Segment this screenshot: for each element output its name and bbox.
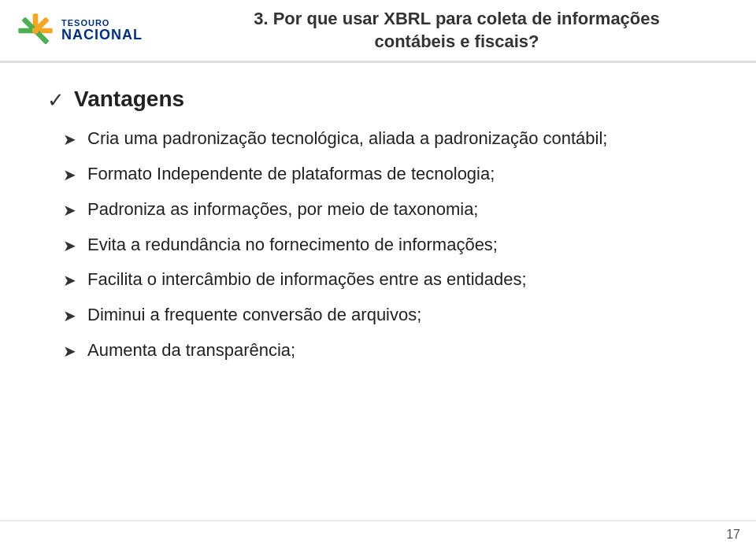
bullet-text: Padroniza as informações, por meio de ta… xyxy=(87,198,478,222)
arrow-icon: ➤ xyxy=(63,342,76,361)
sub-bullets: ➤ Cria uma padronização tecnológica, ali… xyxy=(63,127,709,363)
bullet-text: Formato Independente de plataformas de t… xyxy=(87,162,495,187)
arrow-icon: ➤ xyxy=(63,271,76,290)
arrow-icon: ➤ xyxy=(63,201,76,220)
vantagens-label: Vantagens xyxy=(74,87,184,112)
checkmark-icon: ✓ xyxy=(47,88,65,113)
slide: Tesouro Nacional 3. Por que usar XBRL pa… xyxy=(0,0,756,548)
logo-icon xyxy=(16,11,55,50)
list-item: ➤ Diminui a frequente conversão de arqui… xyxy=(63,303,709,328)
list-item: ➤ Facilita o intercâmbio de informações … xyxy=(63,268,709,292)
arrow-icon: ➤ xyxy=(63,130,76,149)
list-item: ➤ Formato Independente de plataformas de… xyxy=(63,162,709,187)
logo-text: Tesouro Nacional xyxy=(61,19,143,42)
title-line1: 3. Por que usar XBRL para coleta de info… xyxy=(254,9,660,28)
list-item: ➤ Evita a redundância no fornecimento de… xyxy=(63,233,709,257)
title-line2: contábeis e fiscais? xyxy=(374,31,539,51)
list-item: ➤ Padroniza as informações, por meio de … xyxy=(63,198,709,222)
bullet-text: Diminui a frequente conversão de arquivo… xyxy=(87,303,421,328)
arrow-icon: ➤ xyxy=(63,236,76,255)
bullet-text: Evita a redundância no fornecimento de i… xyxy=(87,233,498,257)
bullet-text: Cria uma padronização tecnológica, aliad… xyxy=(87,127,607,151)
list-item: ➤ Cria uma padronização tecnológica, ali… xyxy=(63,127,709,151)
bullet-text: Aumenta da transparência; xyxy=(87,339,295,363)
arrow-icon: ➤ xyxy=(63,306,76,325)
logo-area: Tesouro Nacional xyxy=(16,11,173,50)
bullet-text: Facilita o intercâmbio de informações en… xyxy=(87,268,527,292)
page-number: 17 xyxy=(726,528,740,541)
arrow-icon: ➤ xyxy=(63,165,76,184)
content-area: ✓ Vantagens ➤ Cria uma padronização tecn… xyxy=(0,63,756,520)
header-title: 3. Por que usar XBRL para coleta de info… xyxy=(173,8,740,53)
logo-nacional: Nacional xyxy=(61,28,143,42)
header: Tesouro Nacional 3. Por que usar XBRL pa… xyxy=(0,0,756,63)
svg-point-7 xyxy=(32,27,39,33)
main-bullet: ✓ Vantagens xyxy=(47,87,709,113)
footer: 17 xyxy=(0,520,756,548)
list-item: ➤ Aumenta da transparência; xyxy=(63,339,709,363)
